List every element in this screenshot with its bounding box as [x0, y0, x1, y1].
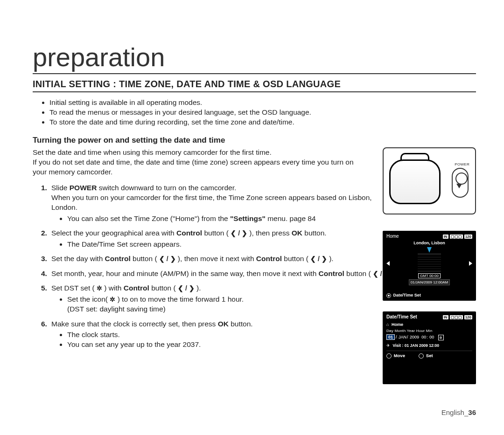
hour-field: 00	[421, 335, 426, 339]
sub-text: Set the icon(	[67, 295, 110, 303]
step-5: 5. Set DST set ( ✲ ) with Control button…	[41, 283, 397, 314]
step-text: Set DST set (	[51, 284, 97, 292]
step-text: button (	[282, 255, 310, 262]
visit-label: Visit : 01 JAN 2009 12:00	[392, 343, 439, 348]
sub-bullet: You can also set the Time Zone ("Home") …	[67, 214, 397, 223]
bold: OK	[292, 229, 302, 237]
screen-title: Date/Time Set	[386, 314, 417, 319]
datetime-set-screen-illustration: Date/Time Set IN▢▢▢120 ⌂ Home Day Month …	[383, 311, 476, 384]
step-text: ).	[327, 255, 334, 262]
steps-list: 1. Slide POWER switch downward to turn o…	[33, 183, 397, 350]
step-text: ).	[195, 284, 201, 292]
bold: Control	[176, 229, 202, 237]
intro-bullet: To read the menus or messages in your de…	[49, 108, 476, 117]
status-icons: IN▢▢▢120	[441, 234, 472, 239]
ok-button-icon	[386, 293, 391, 298]
step-text: button.	[302, 229, 327, 237]
sub-bullet: You can set any year up to the year 2037…	[67, 339, 397, 349]
step-text: button (	[131, 255, 159, 262]
step-number: 1.	[41, 183, 47, 193]
storage-icon: IN	[443, 315, 448, 319]
step-6: 6. Make sure that the clock is correctly…	[41, 319, 397, 350]
step-number: 3.	[41, 254, 47, 263]
intro-bullet: To store the date and time during record…	[49, 117, 476, 127]
page-number: 36	[468, 408, 476, 416]
set-control-icon	[419, 353, 424, 359]
page-footer: English_36	[441, 408, 476, 416]
intro-paragraph: Set the date and time when using this me…	[33, 148, 369, 177]
power-switch-icon	[452, 168, 469, 198]
battery-icon: ▢▢▢	[450, 315, 463, 319]
map-pin-icon	[427, 247, 432, 253]
power-label: POWER	[455, 162, 469, 166]
arrow-left-icon	[386, 261, 390, 266]
bold: "Settings"	[230, 214, 266, 222]
section-heading: INITIAL SETTING : TIME ZONE, DATE AND TI…	[33, 79, 476, 92]
day-field: 01	[386, 334, 395, 340]
home-icon: ⌂	[386, 322, 389, 327]
field-labels: Day Month Year Hour Min	[386, 329, 472, 333]
year-field: 2009	[410, 335, 419, 339]
step-4: 4. Set month, year, hour and minute (AM/…	[41, 269, 397, 279]
bold: Control	[105, 255, 131, 262]
bold: Control	[124, 284, 149, 292]
step-2: 2. Select the your geographical area wit…	[41, 228, 397, 249]
sub-bullet: The Date/Time Set screen appears.	[67, 239, 397, 249]
move-label: Move	[394, 353, 405, 358]
bottom-label: Date/Time Set	[393, 293, 421, 297]
arrow-up-down-icon: ❮ / ❯	[178, 284, 195, 293]
bold: Control	[256, 255, 282, 262]
intro-bullet-list: Initial setting is available in all oper…	[33, 98, 476, 127]
step-text: button (	[202, 229, 231, 237]
step-text: Select the your geographical area with	[51, 229, 176, 237]
arrow-right-icon	[469, 261, 472, 266]
bold: OK	[218, 320, 229, 328]
step-text: button (	[149, 284, 178, 292]
battery-icon: ▢▢▢	[450, 235, 463, 239]
step-text: Set the day with	[51, 255, 105, 262]
step-3: 3. Set the day with Control button ( ❮ /…	[41, 254, 397, 264]
step-number: 5.	[41, 283, 47, 293]
step-1: 1. Slide POWER switch downward to turn o…	[41, 183, 397, 224]
camcorder-body	[389, 159, 441, 204]
min-field: 00	[429, 335, 434, 339]
step-text: Set month, year, hour and minute (AM/PM)…	[51, 269, 319, 277]
min-number: 120	[464, 315, 472, 319]
storage-icon: IN	[443, 235, 448, 239]
date-fields: 01/ JAN/ 2009 00: 00 ✲	[386, 334, 472, 340]
bold: POWER	[70, 184, 97, 192]
step-text: button.	[229, 320, 253, 328]
dst-toggle-icon: ✲	[438, 335, 444, 340]
step-text: button (	[344, 269, 373, 277]
step-number: 6.	[41, 319, 47, 329]
datetime-output: 01/JAN/2009 12:00AM	[409, 279, 450, 285]
min-number: 120	[464, 235, 472, 239]
move-control-icon	[386, 353, 392, 359]
sub-text: menu. page 84	[266, 214, 316, 222]
globe-map-icon	[418, 254, 441, 271]
sub-text: You can also set the Time Zone ("Home") …	[67, 214, 230, 222]
screen-title: Home	[386, 234, 399, 239]
step-text: ), then press	[247, 229, 292, 237]
set-label: Set	[426, 353, 433, 358]
home-label: Home	[392, 322, 403, 327]
timezone-screen-illustration: Home IN▢▢▢120 London, Lisbon GMT 00:00 0…	[383, 231, 476, 301]
step-text: ) with	[102, 284, 124, 292]
arrow-left-right-icon: ❮ / ❯	[310, 255, 327, 263]
month-field: JAN	[399, 335, 406, 339]
chapter-title: preparation	[33, 42, 476, 74]
step-text: Slide	[51, 184, 70, 192]
dst-icon: ✲	[110, 295, 115, 304]
step-number: 4.	[41, 269, 47, 278]
arrow-left-right-icon: ❮ / ❯	[231, 229, 247, 238]
arrow-down-icon	[456, 184, 462, 188]
step-text: switch downward to turn on the camcorder…	[51, 184, 372, 212]
sub-bullet: Set the icon( ✲ ) to on to move the time…	[67, 294, 397, 314]
footer-lang: English	[441, 408, 464, 416]
arrow-up-down-icon: ❮ / ❯	[159, 255, 176, 263]
dst-icon: ✲	[97, 284, 102, 293]
status-icons: IN▢▢▢120	[441, 314, 472, 319]
plane-icon: ✈	[386, 343, 390, 348]
step-text: Make sure that the clock is correctly se…	[51, 320, 218, 328]
sub-bullet: The clock starts.	[67, 330, 397, 339]
